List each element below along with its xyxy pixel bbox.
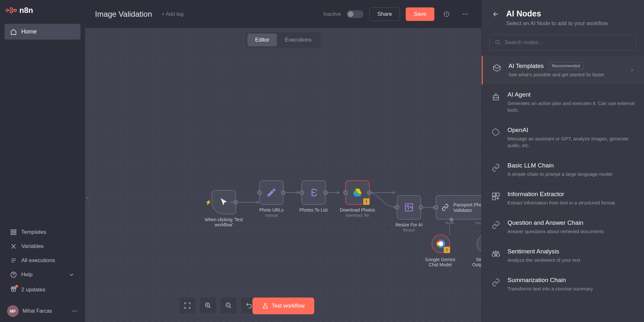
help-icon [10, 271, 17, 278]
more-icon [462, 11, 469, 17]
split-icon [309, 188, 318, 197]
chevron-right-icon [629, 67, 635, 73]
canvas[interactable]: ⚡ When clicking 'Test workflow' Photo UR… [85, 28, 481, 322]
svg-point-14 [463, 14, 464, 14]
sidebar-item-updates[interactable]: 2 updates [5, 282, 80, 298]
node-validator-label: Passport Photo Validator [453, 202, 481, 213]
node-resize-label: Resize For AI [395, 222, 422, 227]
svg-point-24 [494, 97, 495, 98]
brand-text: n8n [19, 6, 33, 15]
fit-view-button[interactable] [179, 297, 196, 314]
model-tag: Model [445, 221, 454, 225]
sidebar-updates-label: 2 updates [21, 287, 45, 293]
input-port[interactable] [257, 190, 262, 195]
sidebar-item-executions[interactable]: All executions [5, 253, 80, 268]
flask-icon [262, 303, 269, 309]
node-item-ai-agent[interactable]: AI Agent Generates an action plan and ex… [482, 85, 644, 120]
logo[interactable]: n8n [0, 0, 85, 21]
more-button[interactable] [459, 8, 472, 21]
output-port[interactable] [281, 190, 286, 195]
image-icon [404, 203, 414, 212]
node-validator[interactable]: Passport Photo Validator Model Output Pa… [436, 195, 481, 220]
svg-point-13 [76, 310, 77, 311]
node-structured-label: Structured Output Parser [469, 257, 481, 267]
sidebar-item-templates[interactable]: Templates [5, 225, 80, 239]
svg-point-3 [14, 9, 16, 12]
canvas-controls [179, 297, 258, 314]
node-item-summarization[interactable]: Summarization Chain Transforms text into… [482, 270, 644, 299]
node-resize[interactable] [397, 195, 421, 220]
item-desc: Message an assistant or GPT, analyze ima… [507, 135, 635, 149]
expand-icon [184, 302, 191, 309]
user-avatar[interactable]: MF [7, 305, 19, 317]
chain-icon [441, 203, 449, 212]
node-item-sentiment[interactable]: Sentiment Analysis Analyze the sentiment… [482, 242, 644, 270]
sidebar-help-label: Help [21, 271, 33, 278]
svg-point-18 [407, 205, 409, 207]
node-item-ai-templates[interactable]: AI TemplatesRecommended See what's possi… [482, 56, 644, 85]
executions-icon [10, 257, 17, 264]
node-item-info-extractor[interactable]: Information Extractor Extract informatio… [482, 184, 644, 213]
node-photos-list[interactable] [301, 180, 326, 205]
input-port[interactable] [434, 205, 438, 210]
item-title: Information Extractor [507, 191, 564, 198]
panel-subtitle: Select an AI Node to add to your workflo… [506, 20, 608, 27]
active-toggle[interactable] [347, 10, 364, 18]
sidebar-executions-label: All executions [21, 257, 55, 264]
node-item-openai[interactable]: OpenAI Message an assistant or GPT, anal… [482, 120, 644, 156]
chain-icon [492, 221, 500, 229]
save-button[interactable]: Save [406, 7, 434, 21]
node-list: AI TemplatesRecommended See what's possi… [482, 56, 644, 322]
zoom-in-icon [204, 302, 212, 309]
search-icon [495, 40, 501, 45]
svg-rect-4 [11, 230, 13, 232]
robot-icon [491, 92, 500, 101]
node-photo-urls[interactable] [259, 180, 284, 205]
svg-point-2 [10, 11, 13, 13]
test-workflow-button[interactable]: Test workflow [252, 298, 314, 314]
node-item-qa-chain[interactable]: Question and Answer Chain Answer questio… [482, 213, 644, 242]
svg-point-12 [74, 310, 75, 311]
input-port[interactable] [299, 190, 304, 195]
zoom-out-button[interactable] [220, 297, 237, 314]
item-desc: Answer questions about retrieved documen… [507, 228, 635, 235]
workflow-title[interactable]: Image Validation [95, 10, 152, 19]
user-more-icon[interactable] [71, 308, 78, 314]
node-structured-parser[interactable] [477, 234, 481, 253]
sidebar-item-help[interactable]: Help [5, 268, 80, 282]
node-download[interactable]: ! [345, 180, 370, 205]
input-port[interactable] [343, 190, 348, 195]
item-desc: Extract information from text in a struc… [507, 199, 635, 206]
sidebar-collapse-handle[interactable] [85, 191, 90, 205]
back-arrow-icon[interactable] [492, 10, 500, 18]
node-photo-urls-label: Photo URLs [259, 207, 283, 213]
node-download-sub: download: file [346, 213, 369, 218]
parser-tag: Output Parser [475, 221, 481, 225]
add-tag-button[interactable]: + Add tag [162, 11, 184, 17]
gift-icon [10, 286, 17, 292]
item-title: Summarization Chain [507, 277, 566, 284]
search-input[interactable] [505, 39, 631, 46]
node-item-basic-llm[interactable]: Basic LLM Chain A simple chain to prompt… [482, 156, 644, 184]
svg-point-16 [467, 14, 468, 14]
item-desc: Generates an action plan and executes it… [507, 100, 635, 113]
node-gemini[interactable]: ! [431, 234, 450, 253]
svg-rect-27 [496, 193, 499, 196]
zoom-in-button[interactable] [199, 297, 217, 314]
openai-icon [491, 128, 500, 137]
sidebar-item-home[interactable]: Home [5, 24, 80, 40]
share-button[interactable]: Share [369, 7, 400, 21]
search-box[interactable] [489, 34, 636, 51]
sidebar-item-variables[interactable]: Variables [5, 239, 80, 253]
chain-icon [492, 278, 500, 287]
user-footer: MF Mihai Farcas [0, 300, 85, 322]
history-button[interactable] [440, 8, 453, 21]
status-label: Inactive [323, 11, 341, 17]
edge [422, 207, 435, 208]
item-title: Sentiment Analysis [507, 248, 559, 255]
svg-rect-28 [493, 197, 496, 200]
node-photos-list-label: Photos To List [299, 207, 328, 213]
item-title: Question and Answer Chain [507, 219, 583, 226]
tab-executions[interactable]: Executions [277, 33, 319, 46]
tab-editor[interactable]: Editor [247, 33, 277, 46]
